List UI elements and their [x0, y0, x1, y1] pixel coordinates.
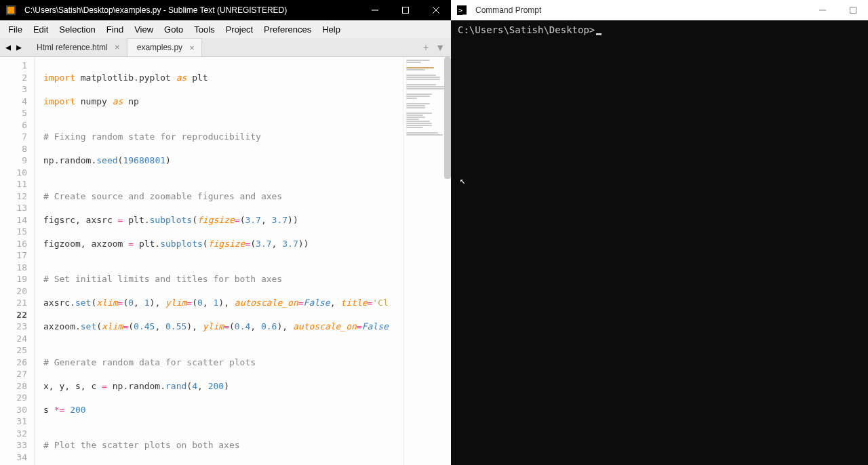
svg-text:>_: >_ — [458, 7, 467, 15]
line-number: 34 — [3, 451, 27, 464]
menu-view[interactable]: View — [129, 22, 159, 37]
line-number: 22 — [3, 309, 27, 321]
tab-close-icon[interactable]: × — [113, 43, 121, 52]
line-number: 29 — [3, 392, 27, 404]
tab-nav-back[interactable]: ◂ — [3, 41, 14, 54]
menu-selection[interactable]: Selection — [54, 22, 100, 37]
menu-file[interactable]: File — [3, 22, 28, 37]
line-number: 31 — [3, 416, 27, 428]
tab-html-reference[interactable]: Html reference.html × — [27, 38, 127, 56]
minimize-button[interactable] — [359, 0, 390, 20]
line-number: 24 — [3, 333, 27, 345]
line-number: 33 — [3, 439, 27, 451]
line-number: 18 — [3, 262, 27, 274]
line-number: 8 — [3, 143, 27, 155]
code-editor[interactable]: import matplotlib.pyplot as plt import n… — [34, 57, 403, 465]
menu-edit[interactable]: Edit — [28, 22, 54, 37]
line-number: 1 — [3, 60, 27, 72]
line-number: 23 — [3, 321, 27, 333]
cmd-maximize-button[interactable] — [837, 0, 868, 20]
line-number: 3 — [3, 83, 27, 96]
cmd-title: Command Prompt — [473, 5, 807, 15]
cmd-terminal[interactable]: C:\Users\Satish\Desktop> ↖ — [451, 20, 868, 465]
line-number: 13 — [3, 202, 27, 214]
menu-goto[interactable]: Goto — [159, 22, 189, 37]
menu-tools[interactable]: Tools — [189, 22, 220, 37]
sublime-titlebar[interactable]: C:\Users\Satish\Desktop\examples.py - Su… — [0, 0, 451, 20]
cmd-prompt: C:\Users\Satish\Desktop> — [458, 24, 595, 35]
line-number: 5 — [3, 107, 27, 119]
tab-bar: ◂ ▸ Html reference.html × examples.py × … — [0, 38, 451, 57]
line-number-gutter[interactable]: 1234567891011121314151617181920212223242… — [0, 57, 34, 465]
line-number: 7 — [3, 131, 27, 143]
svg-rect-1 — [7, 7, 14, 14]
cmd-minimize-button[interactable] — [807, 0, 837, 20]
sublime-icon — [5, 5, 16, 16]
line-number: 4 — [3, 96, 27, 108]
line-number: 6 — [3, 119, 27, 132]
tab-dropdown-icon[interactable]: ▼ — [433, 42, 447, 53]
menu-find[interactable]: Find — [101, 22, 129, 37]
line-number: 10 — [3, 167, 27, 179]
maximize-button[interactable] — [390, 0, 420, 20]
line-number: 21 — [3, 297, 27, 309]
editor-scrollbar[interactable] — [444, 57, 451, 465]
tab-examples-py[interactable]: examples.py × — [127, 38, 202, 56]
svg-rect-3 — [402, 7, 408, 14]
minimap[interactable] — [403, 57, 451, 465]
window-controls — [359, 0, 451, 20]
line-number: 16 — [3, 238, 27, 250]
line-number: 26 — [3, 357, 27, 369]
close-button[interactable] — [420, 0, 451, 20]
mouse-cursor-icon: ↖ — [460, 175, 465, 186]
line-number: 2 — [3, 72, 27, 84]
cmd-titlebar[interactable]: >_ Command Prompt — [451, 0, 868, 20]
line-number: 25 — [3, 344, 27, 357]
svg-rect-9 — [850, 7, 856, 14]
line-number: 30 — [3, 404, 27, 416]
cmd-window: >_ Command Prompt C:\Users\Satish\Deskto… — [451, 0, 868, 465]
menu-preferences[interactable]: Preferences — [258, 22, 317, 37]
menu-help[interactable]: Help — [317, 22, 346, 37]
line-number: 19 — [3, 273, 27, 285]
cmd-window-controls — [807, 0, 868, 20]
menu-bar: File Edit Selection Find View Goto Tools… — [0, 20, 451, 38]
line-number: 28 — [3, 380, 27, 392]
line-number: 20 — [3, 285, 27, 298]
tab-label: Html reference.html — [37, 43, 108, 52]
cmd-cursor — [596, 33, 601, 35]
cmd-icon: >_ — [456, 5, 467, 16]
tab-close-icon[interactable]: × — [188, 43, 196, 52]
line-number: 14 — [3, 214, 27, 226]
tab-label: examples.py — [137, 43, 182, 52]
tab-nav-forward[interactable]: ▸ — [14, 41, 24, 54]
sublime-title: C:\Users\Satish\Desktop\examples.py - Su… — [22, 5, 359, 15]
sublime-window: C:\Users\Satish\Desktop\examples.py - Su… — [0, 0, 451, 465]
line-number: 27 — [3, 368, 27, 380]
line-number: 9 — [3, 155, 27, 167]
new-tab-button[interactable]: + — [421, 42, 431, 53]
line-number: 11 — [3, 178, 27, 190]
editor-area: 1234567891011121314151617181920212223242… — [0, 57, 451, 465]
line-number: 15 — [3, 226, 27, 238]
line-number: 32 — [3, 428, 27, 440]
line-number: 12 — [3, 190, 27, 203]
line-number: 17 — [3, 249, 27, 262]
menu-project[interactable]: Project — [220, 22, 258, 37]
